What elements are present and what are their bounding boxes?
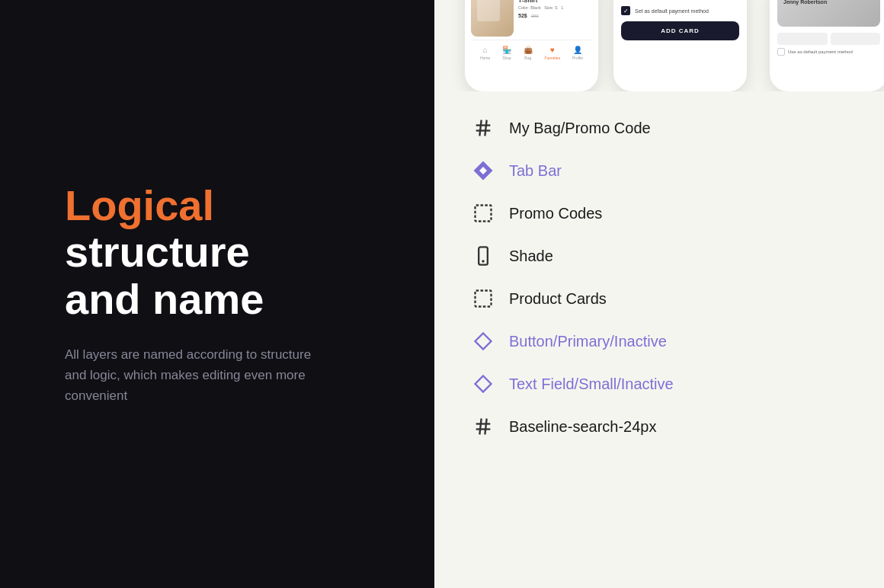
left-panel: Logical structureand name All layers are… — [0, 0, 434, 588]
svg-line-11 — [485, 419, 486, 435]
diamond-filled-icon — [472, 160, 494, 181]
phone-mock-2: 985 ? ✓ Set as default payment method AD… — [613, 0, 747, 91]
phone-mock-3: Card Holder Name Jenny Robertson Use as … — [770, 0, 884, 91]
bottom-nav: ⌂ Home 🏪 Shop 👜 Bag ♥ Favorites — [471, 40, 592, 63]
headline-rest: structureand name — [65, 228, 264, 323]
text-field-label: Text Field/Small/Inactive — [509, 375, 674, 393]
list-item-shade: Shade — [472, 235, 846, 277]
list-item-product-cards: Product Cards — [472, 277, 846, 320]
svg-line-2 — [479, 120, 481, 136]
list-item-tab-bar: Tab Bar — [472, 149, 846, 192]
product-image — [471, 0, 514, 37]
dashed-rect-icon-2 — [472, 288, 494, 309]
nav-shop: 🏪 Shop — [502, 45, 511, 60]
svg-rect-7 — [476, 291, 492, 307]
card-holder-name: Jenny Robertson — [783, 0, 874, 5]
card-form-row — [777, 33, 880, 45]
phone-mockups-area: Sorry, this item is currently sold out S… — [434, 0, 884, 91]
svg-rect-4 — [476, 206, 492, 222]
default-checkbox — [777, 48, 785, 56]
nav-home: ⌂ Home — [480, 45, 490, 60]
product-details: ShirtDrop ★★★★☆ Size: S T-Shirt Color: B… — [518, 0, 592, 18]
product-title: T-Shirt — [518, 0, 592, 4]
product-row: ShirtDrop ★★★★☆ Size: S T-Shirt Color: B… — [471, 0, 592, 37]
card-visual: Card Holder Name Jenny Robertson — [777, 0, 880, 27]
list-item-baseline-search: Baseline-search-24px — [472, 405, 846, 448]
list-item-text-field: Text Field/Small/Inactive — [472, 363, 846, 405]
list-item-promo-codes: Promo Codes — [472, 192, 846, 235]
tab-bar-label: Tab Bar — [509, 162, 562, 180]
card-input-1[interactable] — [777, 33, 828, 45]
dashed-rect-icon-1 — [472, 203, 494, 224]
product-cards-label: Product Cards — [509, 290, 607, 308]
nav-bag: 👜 Bag — [524, 45, 533, 60]
left-content: Logical structureand name All layers are… — [34, 152, 400, 436]
phone-outline-icon — [472, 245, 494, 267]
right-panel: Sorry, this item is currently sold out S… — [434, 0, 884, 588]
diamond-outline-icon-1 — [472, 331, 494, 352]
card-input-2[interactable] — [831, 33, 881, 45]
default-payment-label: Set as default payment method — [635, 8, 709, 14]
add-card-button[interactable]: ADD CARD — [621, 21, 739, 40]
svg-line-3 — [485, 120, 486, 136]
list-item-button-primary: Button/Primary/Inactive — [472, 320, 846, 363]
headline-accent: Logical — [65, 181, 214, 229]
checkbox-checked: ✓ — [621, 6, 630, 15]
structure-list: My Bag/Promo Code Tab Bar Promo Codes — [434, 91, 884, 588]
bag-promo-label: My Bag/Promo Code — [509, 120, 651, 137]
subtext: All layers are named according to struct… — [65, 344, 324, 407]
nav-profile: 👤 Profile — [572, 45, 583, 60]
button-primary-label: Button/Primary/Inactive — [509, 333, 667, 350]
hash-icon-2 — [472, 416, 494, 437]
shade-label: Shade — [509, 248, 553, 265]
svg-line-10 — [479, 419, 481, 435]
default-card-label: Use as default payment method — [788, 50, 853, 54]
promo-codes-label: Promo Codes — [509, 205, 602, 222]
phone-mock-1: Sorry, this item is currently sold out S… — [465, 0, 598, 91]
list-item-bag-promo: My Bag/Promo Code — [472, 107, 846, 149]
baseline-search-label: Baseline-search-24px — [509, 418, 656, 436]
hash-icon — [472, 117, 494, 139]
default-card-row: Use as default payment method — [777, 48, 880, 56]
diamond-outline-icon-2 — [472, 373, 494, 395]
default-payment-row: ✓ Set as default payment method — [621, 6, 739, 15]
nav-favorites: ♥ Favorites — [545, 45, 561, 60]
main-headline: Logical structureand name — [65, 182, 370, 323]
